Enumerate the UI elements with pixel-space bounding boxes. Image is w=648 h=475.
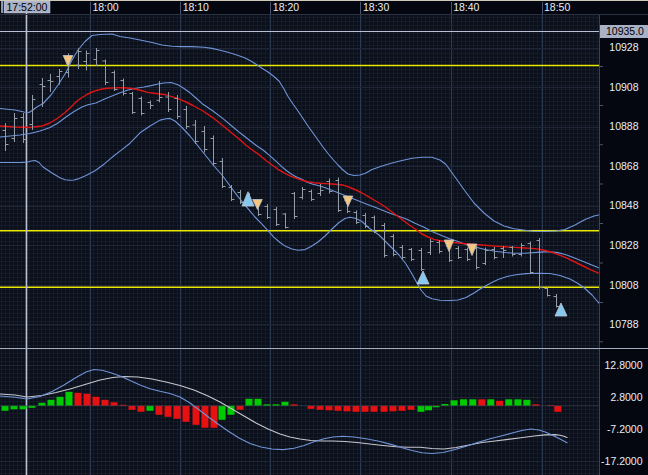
svg-text:12.8000: 12.8000 (605, 359, 643, 371)
svg-text:10888: 10888 (609, 120, 638, 132)
svg-text:10928: 10928 (609, 41, 638, 53)
svg-text:18:30: 18:30 (363, 1, 389, 13)
svg-text:18:40: 18:40 (453, 1, 479, 13)
svg-text:10808: 10808 (609, 279, 638, 291)
svg-text:10868: 10868 (609, 160, 638, 172)
svg-text:18:20: 18:20 (273, 1, 299, 13)
svg-text:18:50: 18:50 (544, 1, 570, 13)
svg-text:-17.2000: -17.2000 (601, 455, 643, 467)
svg-text:18:00: 18:00 (92, 1, 118, 13)
svg-text:2.8000: 2.8000 (610, 391, 642, 403)
svg-text:-7.2000: -7.2000 (607, 423, 643, 435)
svg-text:10908: 10908 (609, 81, 638, 93)
svg-text:10935.0: 10935.0 (606, 25, 644, 37)
svg-text:10788: 10788 (609, 318, 638, 330)
svg-text:18:10: 18:10 (183, 1, 209, 13)
svg-text:10848: 10848 (609, 199, 638, 211)
svg-text:17:52:00: 17:52:00 (7, 1, 48, 13)
svg-text:10828: 10828 (609, 239, 638, 251)
